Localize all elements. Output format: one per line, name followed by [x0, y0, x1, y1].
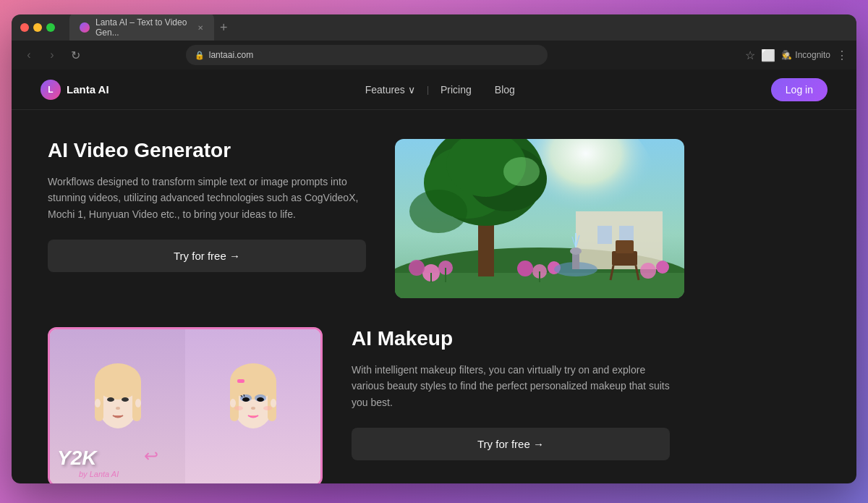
minimize-button[interactable] [33, 23, 42, 32]
svg-point-51 [242, 397, 250, 402]
garden-scene-svg [395, 139, 684, 298]
tab-bar: Lanta AI – Text to Video Gen... ✕ + [69, 14, 848, 42]
new-tab-button[interactable]: + [214, 20, 234, 35]
svg-point-42 [95, 399, 101, 407]
svg-point-52 [257, 397, 264, 402]
site-nav: L Lanta AI Features ∨ | Pricing Blog Log… [12, 69, 856, 110]
incognito-badge: 🕵️ Incognito [781, 50, 830, 60]
nav-pricing-label: Pricing [441, 84, 472, 96]
by-lanta-label: by Lanta AI [79, 470, 119, 478]
svg-point-12 [503, 157, 540, 186]
makeup-section: Y2K ↩ by Lanta AI AI Makeup With intelli… [48, 327, 820, 483]
content-area: AI Video Generator Workflows designed to… [12, 110, 856, 483]
svg-point-18 [517, 261, 533, 276]
nav-blog-label: Blog [495, 84, 515, 96]
video-generator-image [395, 139, 684, 298]
menu-icon[interactable]: ⋮ [836, 48, 848, 62]
traffic-lights [20, 23, 55, 32]
face-after-svg [224, 363, 282, 450]
y2k-label: Y2K [57, 447, 96, 470]
video-generator-title: AI Video Generator [48, 139, 366, 162]
svg-point-39 [107, 397, 114, 402]
video-try-button[interactable]: Try for free → [48, 240, 366, 272]
tab-close-icon[interactable]: ✕ [196, 22, 204, 33]
extensions-icon[interactable]: ⬜ [761, 48, 775, 62]
svg-point-57 [251, 407, 255, 410]
close-button[interactable] [20, 23, 29, 32]
svg-point-20 [656, 261, 669, 274]
svg-rect-48 [237, 379, 244, 383]
lock-icon: 🔒 [195, 51, 205, 60]
incognito-icon: 🕵️ [781, 50, 792, 60]
active-tab[interactable]: Lanta AI – Text to Video Gen... ✕ [69, 14, 214, 42]
browser-toolbar: ‹ › ↻ 🔒 lantaai.com ☆ ⬜ 🕵️ Incognito ⋮ [12, 41, 856, 69]
browser-titlebar: Lanta AI – Text to Video Gen... ✕ + [12, 14, 856, 41]
site-nav-links: Features ∨ | Pricing Blog [354, 78, 527, 101]
svg-point-15 [409, 260, 425, 276]
nav-blog[interactable]: Blog [483, 78, 527, 101]
makeup-try-button[interactable]: Try for free → [352, 428, 670, 460]
logo-text: Lanta AI [67, 83, 109, 96]
logo-initial: L [48, 85, 53, 95]
svg-point-43 [135, 399, 141, 407]
reload-button[interactable]: ↻ [67, 46, 84, 64]
face-before-svg [89, 363, 147, 450]
svg-rect-5 [597, 226, 612, 244]
tab-title: Lanta AI – Text to Video Gen... [95, 17, 187, 38]
logo-icon: L [41, 80, 61, 100]
makeup-title: AI Makeup [352, 327, 670, 350]
nav-features-label: Features [365, 84, 405, 96]
svg-point-34 [409, 190, 467, 233]
tab-favicon [80, 22, 90, 33]
login-button[interactable]: Log in [771, 78, 827, 101]
video-generator-desc: Workflows designed to transform simple t… [48, 174, 366, 222]
website-content: L Lanta AI Features ∨ | Pricing Blog Log… [12, 69, 856, 483]
forward-button[interactable]: › [43, 46, 61, 64]
back-button[interactable]: ‹ [20, 46, 38, 64]
nav-features[interactable]: Features ∨ [354, 78, 427, 101]
svg-point-58 [230, 399, 236, 407]
svg-point-19 [640, 263, 656, 279]
browser-window: Lanta AI – Text to Video Gen... ✕ + ‹ › … [12, 14, 856, 483]
svg-rect-25 [616, 240, 634, 253]
site-main: AI Video Generator Workflows designed to… [12, 110, 856, 483]
video-generator-text: AI Video Generator Workflows designed to… [48, 139, 366, 272]
makeup-after [185, 329, 320, 483]
svg-point-59 [271, 399, 276, 407]
svg-point-56 [263, 406, 272, 410]
arrow-decoration: ↩ [144, 446, 158, 466]
chevron-down-icon: ∨ [408, 84, 415, 96]
bookmark-icon[interactable]: ☆ [745, 48, 755, 62]
makeup-desc: With intelligent makeup filters, you can… [352, 362, 670, 410]
maximize-button[interactable] [46, 23, 55, 32]
svg-point-30 [570, 248, 582, 255]
toolbar-right: ☆ ⬜ 🕵️ Incognito ⋮ [745, 48, 848, 62]
svg-point-41 [116, 407, 120, 410]
nav-pricing[interactable]: Pricing [429, 78, 483, 101]
video-generator-section: AI Video Generator Workflows designed to… [48, 139, 820, 298]
makeup-text: AI Makeup With intelligent makeup filter… [352, 327, 670, 460]
incognito-label: Incognito [795, 50, 830, 60]
address-bar[interactable]: 🔒 lantaai.com [186, 45, 548, 65]
svg-point-55 [234, 406, 243, 410]
url-display: lantaai.com [209, 50, 253, 60]
site-logo: L Lanta AI [41, 80, 109, 100]
makeup-image: Y2K ↩ by Lanta AI [48, 327, 323, 483]
svg-point-40 [122, 397, 129, 402]
makeup-inner: Y2K ↩ by Lanta AI [50, 329, 320, 483]
